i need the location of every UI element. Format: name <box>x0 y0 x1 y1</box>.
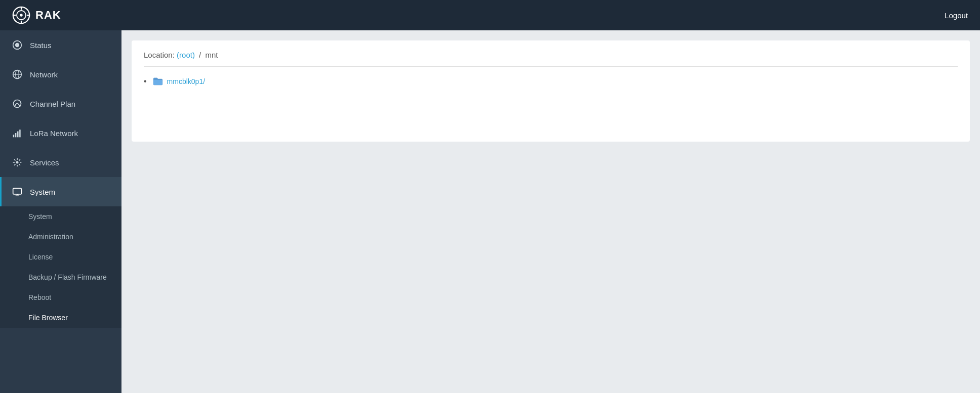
sidebar-item-system[interactable]: System <box>0 177 121 206</box>
logout-button[interactable]: Logout <box>945 11 968 20</box>
submenu-item-license[interactable]: License <box>0 247 121 267</box>
layout: Status Network Channel Pla <box>0 30 980 393</box>
submenu-item-administration[interactable]: Administration <box>0 227 121 247</box>
sidebar-label-channel-plan: Channel Plan <box>30 100 75 108</box>
content-panel: Location: (root) / mnt • mmcblk0p1/ <box>132 40 970 142</box>
submenu-item-backup-flash[interactable]: Backup / Flash Firmware <box>0 267 121 287</box>
submenu-item-reboot[interactable]: Reboot <box>0 287 121 308</box>
rak-logo-icon <box>12 6 30 24</box>
svg-point-8 <box>15 43 19 47</box>
submenu-item-file-browser[interactable]: File Browser <box>0 308 121 328</box>
system-icon <box>12 186 23 197</box>
breadcrumb-prefix: Location: <box>144 51 175 59</box>
sidebar-item-services[interactable]: Services <box>0 148 121 177</box>
lora-icon <box>12 127 23 139</box>
list-bullet: • <box>144 77 147 86</box>
svg-rect-14 <box>15 133 16 137</box>
main-content: Location: (root) / mnt • mmcblk0p1/ <box>121 30 980 393</box>
network-icon <box>12 69 23 80</box>
list-item: • mmcblk0p1/ <box>144 75 958 88</box>
sidebar-item-network[interactable]: Network <box>0 60 121 89</box>
sidebar-item-status[interactable]: Status <box>0 30 121 60</box>
sidebar: Status Network Channel Pla <box>0 30 121 393</box>
file-link-mmcblk0p1[interactable]: mmcblk0p1/ <box>167 77 205 85</box>
sidebar-label-lora-network: LoRa Network <box>30 129 78 138</box>
header: RAK Logout <box>0 0 980 30</box>
status-icon <box>12 39 23 51</box>
logo-text: RAK <box>35 9 61 22</box>
channel-icon <box>12 98 23 109</box>
breadcrumb: Location: (root) / mnt <box>144 51 958 67</box>
sidebar-label-services: Services <box>30 158 59 167</box>
file-list: • mmcblk0p1/ <box>144 75 958 88</box>
svg-rect-15 <box>17 132 19 138</box>
folder-icon <box>153 77 163 85</box>
svg-point-2 <box>20 14 22 16</box>
sidebar-label-status: Status <box>30 41 52 50</box>
sidebar-item-channel-plan[interactable]: Channel Plan <box>0 89 121 118</box>
sidebar-label-network: Network <box>30 70 58 79</box>
submenu-item-system[interactable]: System <box>0 206 121 227</box>
system-submenu: System Administration License Backup / F… <box>0 206 121 328</box>
svg-rect-21 <box>153 80 162 85</box>
svg-rect-18 <box>13 188 22 194</box>
breadcrumb-separator: / <box>199 51 203 59</box>
svg-rect-16 <box>19 129 20 137</box>
sidebar-item-lora-network[interactable]: LoRa Network <box>0 118 121 148</box>
logo: RAK <box>12 6 61 24</box>
svg-rect-13 <box>13 135 15 137</box>
breadcrumb-root-link[interactable]: (root) <box>177 51 195 59</box>
services-icon <box>12 157 23 168</box>
svg-point-17 <box>16 161 19 164</box>
breadcrumb-current: mnt <box>205 51 218 59</box>
sidebar-label-system: System <box>30 188 55 196</box>
